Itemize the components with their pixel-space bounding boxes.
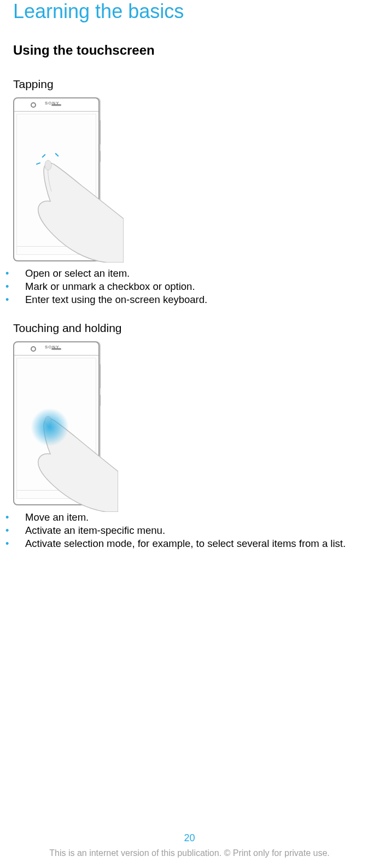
list-item: Move an item.	[13, 511, 366, 524]
page-footer: 20 This is an internet version of this p…	[0, 832, 379, 858]
phone-frame-icon: SONY	[13, 97, 100, 261]
list-item: Activate selection mode, for example, to…	[13, 537, 366, 550]
holding-illustration: SONY	[13, 341, 366, 505]
holding-bullet-list: Move an item. Activate an item-specific …	[13, 511, 366, 550]
tapping-bullet-list: Open or select an item. Mark or unmark a…	[13, 267, 366, 306]
section-title: Using the touchscreen	[13, 43, 366, 58]
subsection-holding-heading: Touching and holding	[13, 322, 366, 335]
chapter-title: Learning the basics	[13, 0, 366, 23]
list-item: Activate an item-specific menu.	[13, 524, 366, 537]
phone-frame-icon: SONY	[13, 341, 100, 505]
list-item: Enter text using the on-screen keyboard.	[13, 293, 366, 306]
list-item: Mark or unmark a checkbox or option.	[13, 280, 366, 293]
tapping-illustration: SONY	[13, 97, 366, 261]
list-item: Open or select an item.	[13, 267, 366, 280]
subsection-tapping-heading: Tapping	[13, 78, 366, 91]
page-number: 20	[0, 832, 379, 844]
copyright-notice: This is an internet version of this publ…	[0, 848, 379, 858]
